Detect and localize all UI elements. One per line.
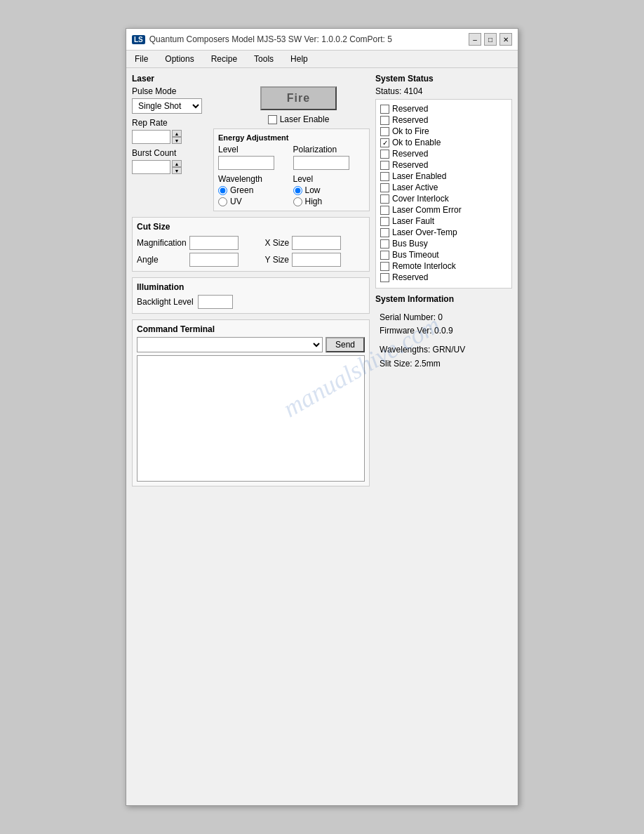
status-item-1: Reserved — [380, 115, 507, 125]
minimize-button[interactable]: – — [469, 33, 481, 46]
wavelength-uv-option[interactable]: UV — [218, 197, 290, 206]
burst-count-down[interactable]: ▼ — [172, 167, 182, 174]
pulse-mode-select[interactable]: Single Shot Rep Rate Burst — [132, 98, 202, 114]
level-col-label: Level — [218, 145, 290, 154]
laser-enable-checkbox[interactable] — [268, 115, 277, 124]
status-items-box: ReservedReservedOk to Fire✓Ok to EnableR… — [375, 99, 512, 289]
status-item-13: Bus Timeout — [380, 250, 507, 260]
magnification-label: Magnification — [137, 238, 187, 248]
menu-tools[interactable]: Tools — [251, 53, 276, 65]
menu-help[interactable]: Help — [288, 53, 311, 65]
menu-recipe[interactable]: Recipe — [208, 53, 240, 65]
status-checkbox-11[interactable] — [380, 228, 389, 237]
status-item-15: Reserved — [380, 272, 507, 282]
status-checkbox-10[interactable] — [380, 217, 389, 226]
wavelength-green-option[interactable]: Green — [218, 185, 290, 195]
rep-rate-label: Rep Rate — [132, 118, 202, 128]
status-item-5: Reserved — [380, 160, 507, 170]
status-label-12: Bus Busy — [392, 239, 428, 249]
y-size-input[interactable]: 100 — [292, 253, 341, 267]
laser-section-label: Laser — [132, 74, 370, 84]
menu-options[interactable]: Options — [162, 53, 196, 65]
status-label-6: Laser Enabled — [392, 171, 446, 181]
status-label-2: Ok to Fire — [392, 126, 429, 136]
x-size-input[interactable]: 100 — [292, 236, 341, 250]
status-label-7: Laser Active — [392, 183, 438, 192]
level-low-radio[interactable] — [293, 186, 302, 195]
status-label-5: Reserved — [392, 160, 428, 170]
status-checkbox-4[interactable] — [380, 150, 389, 159]
status-label-0: Reserved — [392, 104, 428, 114]
rep-rate-up[interactable]: ▲ — [172, 130, 182, 137]
command-output — [137, 355, 365, 482]
y-size-label: Y Size — [265, 255, 290, 265]
burst-count-input[interactable]: 10 — [132, 160, 170, 174]
magnification-input[interactable]: 1 — [189, 236, 239, 250]
status-checkbox-14[interactable] — [380, 262, 389, 271]
app-icon: LS — [132, 35, 145, 44]
level-high-option[interactable]: High — [293, 197, 365, 206]
status-checkbox-0[interactable] — [380, 105, 389, 114]
rep-rate-down[interactable]: ▼ — [172, 137, 182, 144]
status-checkbox-6[interactable] — [380, 172, 389, 181]
laser-enable-label: Laser Enable — [280, 114, 330, 124]
status-checkbox-9[interactable] — [380, 206, 389, 215]
status-label-1: Reserved — [392, 115, 428, 125]
illumination-section: Illumination Backlight Level 0 — [132, 277, 370, 314]
status-checkbox-15[interactable] — [380, 273, 389, 282]
status-checkbox-7[interactable] — [380, 183, 389, 192]
system-status-label: System Status — [375, 74, 512, 84]
close-button[interactable]: ✕ — [499, 33, 512, 46]
system-info-box: Serial Number: 0 Firmware Ver: 0.0.9 Wav… — [375, 307, 512, 375]
backlight-label: Backlight Level — [137, 297, 194, 307]
status-checkbox-3[interactable]: ✓ — [380, 138, 389, 147]
illumination-label: Illumination — [137, 282, 365, 292]
status-checkbox-12[interactable] — [380, 239, 389, 249]
pulse-mode-label: Pulse Mode — [132, 86, 202, 96]
status-item-11: Laser Over-Temp — [380, 227, 507, 237]
status-checkbox-13[interactable] — [380, 251, 389, 260]
level-input[interactable]: 0 — [218, 156, 274, 170]
status-item-2: Ok to Fire — [380, 126, 507, 136]
command-terminal-label: Command Terminal — [137, 324, 365, 334]
status-label-11: Laser Over-Temp — [392, 227, 457, 237]
fire-button[interactable]: Fire — [260, 86, 337, 110]
system-info-label: System Information — [375, 294, 512, 304]
rep-rate-input[interactable]: 10 — [132, 130, 170, 144]
status-checkbox-5[interactable] — [380, 161, 389, 170]
menu-file[interactable]: File — [132, 53, 151, 65]
cut-size-section: Cut Size Magnification 1 X Size 100 Angl… — [132, 217, 370, 272]
backlight-input[interactable]: 0 — [198, 295, 233, 309]
status-checkbox-2[interactable] — [380, 127, 389, 136]
main-content: Laser Pulse Mode Single Shot Rep Rate Bu… — [126, 68, 518, 492]
angle-input[interactable]: 0 — [189, 253, 239, 267]
polarization-input[interactable]: 0 — [293, 156, 349, 170]
status-code: Status: 4104 — [375, 86, 512, 96]
slit-size: Slit Size: 2.5mm — [380, 357, 508, 371]
status-item-3: ✓Ok to Enable — [380, 138, 507, 147]
angle-label: Angle — [137, 255, 187, 265]
status-label-14: Remote Interlock — [392, 261, 456, 271]
command-input-select[interactable] — [137, 337, 323, 352]
burst-count-up[interactable]: ▲ — [172, 160, 182, 167]
send-button[interactable]: Send — [326, 337, 365, 352]
status-checkbox-1[interactable] — [380, 116, 389, 125]
level2-col-label: Level — [293, 174, 365, 184]
level-low-option[interactable]: Low — [293, 185, 365, 195]
level-high-radio[interactable] — [293, 197, 302, 206]
status-label-8: Cover Interlock — [392, 194, 449, 204]
status-checkbox-8[interactable] — [380, 194, 389, 204]
burst-count-label: Burst Count — [132, 148, 202, 158]
maximize-button[interactable]: □ — [484, 33, 497, 46]
status-item-12: Bus Busy — [380, 239, 507, 249]
status-item-14: Remote Interlock — [380, 261, 507, 271]
laser-section: Laser Pulse Mode Single Shot Rep Rate Bu… — [132, 74, 370, 211]
wavelength-radio-group: Green UV — [218, 185, 290, 206]
status-item-6: Laser Enabled — [380, 171, 507, 181]
level-radio-group: Low High — [293, 185, 365, 206]
status-label-13: Bus Timeout — [392, 250, 439, 260]
wavelength-uv-radio[interactable] — [218, 197, 227, 206]
status-label-10: Laser Fault — [392, 216, 434, 226]
system-info-section: System Information Serial Number: 0 Firm… — [375, 294, 512, 375]
wavelength-green-radio[interactable] — [218, 186, 227, 195]
